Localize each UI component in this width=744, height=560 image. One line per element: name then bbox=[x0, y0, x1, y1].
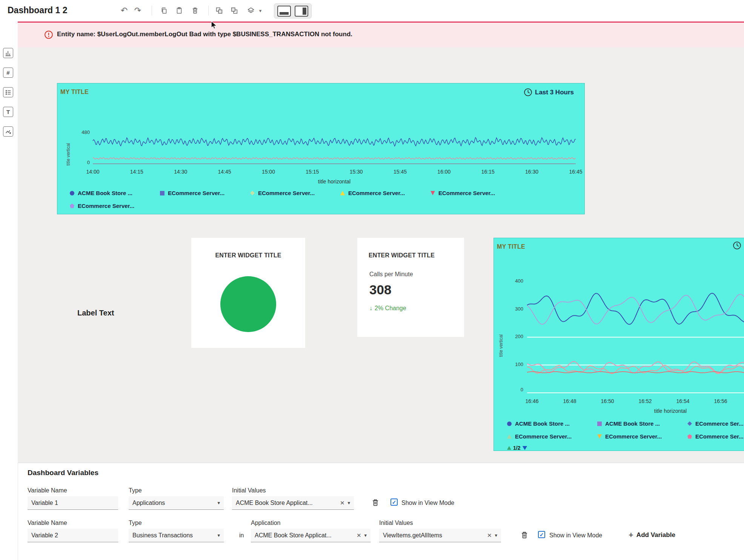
add-variable-button[interactable]: + Add Variable bbox=[629, 530, 675, 540]
error-message: Entity name: $UserLogOut.memberLogOut Ba… bbox=[57, 22, 352, 47]
clock-icon bbox=[733, 241, 741, 250]
time-range-control[interactable]: Last 3 Hours bbox=[524, 88, 574, 97]
toggle-bottom-panel-button[interactable] bbox=[277, 6, 291, 17]
show-in-view-mode-checkbox[interactable] bbox=[390, 498, 398, 506]
toolbar-divider bbox=[208, 6, 209, 15]
legend-item[interactable]: ECommerce Server... bbox=[250, 190, 340, 196]
error-accent-line bbox=[18, 22, 744, 23]
bring-to-front-icon[interactable] bbox=[214, 5, 225, 16]
chevron-down-icon[interactable] bbox=[217, 532, 220, 538]
chart-widget-icon[interactable] bbox=[3, 48, 13, 58]
legend-item[interactable]: ECommerce Ser... bbox=[687, 420, 744, 427]
timeseries-widget-2[interactable]: MY TITLE 400 300 200 100 0 title vertica… bbox=[493, 238, 744, 451]
legend-item[interactable]: ECommerce Ser... bbox=[687, 433, 744, 440]
chevron-down-icon[interactable] bbox=[347, 500, 350, 506]
legend-item[interactable]: ACME Book Store ... bbox=[70, 190, 160, 196]
variable-name-input[interactable] bbox=[28, 496, 118, 510]
variable-name-input[interactable] bbox=[28, 529, 118, 542]
type-label: Type bbox=[129, 487, 142, 494]
clear-value-icon[interactable] bbox=[487, 532, 492, 539]
pie-chart[interactable] bbox=[220, 276, 276, 332]
bottom-panel-glyph bbox=[280, 12, 289, 15]
x-tick-row: 14:0014:1514:3014:4515:0015:1515:3015:45… bbox=[81, 169, 587, 175]
timeseries-chart-1 bbox=[93, 126, 576, 164]
variable-name-label: Variable Name bbox=[28, 487, 67, 494]
clear-value-icon[interactable] bbox=[340, 500, 345, 506]
delete-icon[interactable] bbox=[189, 5, 201, 16]
layers-caret-icon[interactable]: ▾ bbox=[257, 5, 263, 16]
legend-item[interactable]: ECommerce Server... bbox=[340, 190, 430, 196]
number-widget-icon[interactable]: # bbox=[3, 68, 13, 78]
clear-value-icon[interactable] bbox=[357, 532, 361, 539]
initial-values-picker[interactable]: ACME Book Store Applicat... bbox=[232, 496, 354, 510]
metric-value: 308 bbox=[369, 282, 391, 297]
metric-change: ↓ 2% Change bbox=[369, 305, 406, 312]
time-range-control[interactable] bbox=[733, 241, 741, 250]
legend-item[interactable]: ECommerce Server... bbox=[160, 190, 250, 196]
page-up-icon[interactable] bbox=[507, 446, 511, 450]
metric-name: Calls per Minute bbox=[369, 271, 413, 278]
paste-icon[interactable] bbox=[174, 5, 185, 16]
widget-palette: # T bbox=[0, 22, 18, 560]
y-tick: 100 bbox=[505, 362, 523, 367]
layers-icon[interactable] bbox=[245, 5, 257, 16]
initial-values-picker[interactable]: ViewItems.getAllItems bbox=[379, 529, 501, 542]
legend-item[interactable]: ECommerce Server... bbox=[597, 433, 687, 440]
pie-widget[interactable]: ENTER WIDGET TITLE bbox=[191, 238, 305, 348]
x-axis-label: title horizontal bbox=[565, 408, 744, 414]
send-to-back-icon[interactable] bbox=[229, 5, 240, 16]
page-down-icon[interactable] bbox=[522, 446, 527, 450]
show-in-view-mode-checkbox[interactable] bbox=[538, 531, 545, 538]
label-widget[interactable]: Label Text bbox=[77, 309, 114, 317]
y-tick: 0 bbox=[77, 160, 90, 165]
application-picker[interactable]: ACME Book Store Applicat... bbox=[251, 529, 370, 542]
square-marker-icon bbox=[160, 191, 164, 195]
page-indicator: 1/2 bbox=[513, 445, 520, 451]
image-widget-icon[interactable] bbox=[3, 126, 13, 137]
toggle-right-panel-button[interactable] bbox=[295, 6, 308, 17]
metric-change-label: 2% Change bbox=[375, 305, 406, 312]
list-widget-icon[interactable] bbox=[3, 87, 13, 97]
chevron-down-icon[interactable] bbox=[364, 532, 367, 538]
legend-item[interactable]: ECommerce Server... bbox=[507, 433, 597, 440]
pentagon-marker-icon bbox=[687, 434, 692, 439]
chevron-down-icon[interactable] bbox=[217, 500, 220, 506]
toolbar-divider bbox=[152, 6, 152, 15]
legend-item[interactable]: ACME Book Store ... bbox=[507, 420, 597, 427]
delete-variable-button[interactable] bbox=[371, 498, 381, 508]
triangle-up-marker-icon bbox=[507, 434, 512, 439]
application-label: Application bbox=[251, 520, 280, 526]
y-tick: 200 bbox=[505, 334, 523, 339]
right-panel-glyph bbox=[303, 8, 306, 15]
time-range-label: Last 3 Hours bbox=[535, 89, 574, 96]
square-marker-icon bbox=[597, 422, 602, 426]
show-in-view-mode-label: Show in View Mode bbox=[401, 500, 454, 506]
circle-marker-icon bbox=[507, 422, 512, 426]
type-select[interactable]: Applications bbox=[129, 496, 224, 510]
copy-icon[interactable] bbox=[158, 5, 170, 16]
timeseries-widget-1[interactable]: MY TITLE Last 3 Hours 480 0 title vertic… bbox=[57, 83, 585, 214]
metric-widget[interactable]: ENTER WIDGET TITLE Calls per Minute 308 … bbox=[357, 238, 464, 337]
redo-icon[interactable]: ↷ bbox=[132, 5, 143, 16]
plus-icon: + bbox=[629, 530, 633, 540]
chevron-down-icon[interactable] bbox=[495, 532, 497, 538]
delete-variable-button[interactable] bbox=[520, 530, 530, 541]
y-tick: 400 bbox=[505, 278, 523, 284]
dashboard-canvas[interactable]: MY TITLE Last 3 Hours 480 0 title vertic… bbox=[18, 47, 744, 463]
legend-row: ACME Book Store ... ECommerce Server... … bbox=[70, 190, 521, 196]
legend-row: ECommerce Server... bbox=[70, 203, 160, 209]
text-widget-icon[interactable]: T bbox=[3, 107, 13, 117]
legend-item[interactable]: ECommerce Server... bbox=[70, 203, 160, 209]
type-select[interactable]: Business Transactions bbox=[129, 529, 224, 542]
legend-item[interactable]: ECommerce Server... bbox=[430, 190, 521, 196]
x-tick-row: 16:4616:4816:5016:5216:5416:56 bbox=[521, 398, 732, 404]
timeseries-chart-2 bbox=[527, 276, 744, 393]
y-axis-label: title vertical bbox=[66, 128, 71, 166]
diamond-marker-icon bbox=[687, 422, 692, 426]
panel-toggle-group bbox=[274, 3, 312, 18]
undo-icon[interactable]: ↶ bbox=[118, 5, 130, 16]
y-tick: 300 bbox=[505, 306, 523, 312]
legend-item[interactable]: ACME Book Store ... bbox=[597, 420, 687, 427]
diamond-marker-icon bbox=[250, 191, 255, 195]
down-arrow-icon: ↓ bbox=[369, 305, 372, 312]
